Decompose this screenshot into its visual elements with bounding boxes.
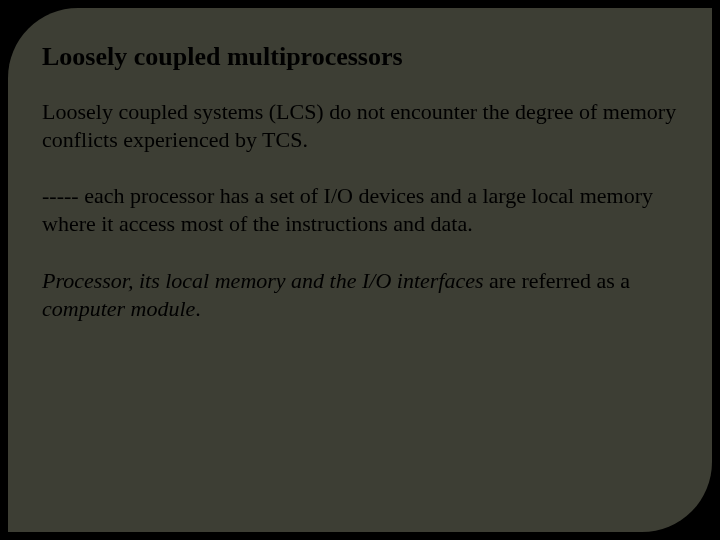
p3-plain-1: are referred as a [484,268,631,293]
slide-frame: Loosely coupled multiprocessors Loosely … [8,8,712,532]
p3-italic-1: Processor, its local memory and the I/O … [42,268,484,293]
paragraph-1: Loosely coupled systems (LCS) do not enc… [42,98,678,154]
p3-plain-2: . [195,296,201,321]
paragraph-2: ----- each processor has a set of I/O de… [42,182,678,238]
p3-italic-2: computer module [42,296,195,321]
slide-content: Loosely coupled multiprocessors Loosely … [42,42,678,351]
paragraph-3: Processor, its local memory and the I/O … [42,267,678,323]
slide-heading: Loosely coupled multiprocessors [42,42,678,72]
